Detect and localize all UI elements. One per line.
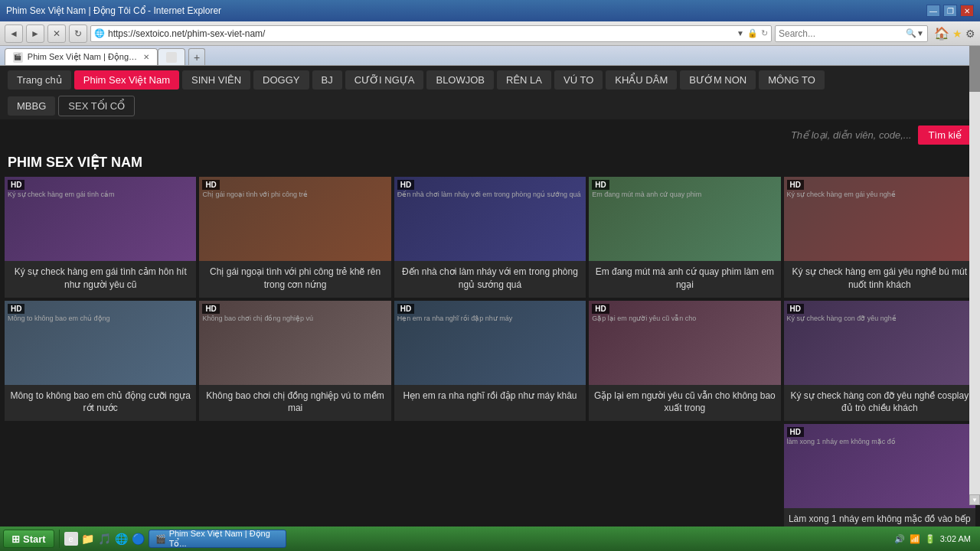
thumb-overlay-3: Đến nhà chơi làm nháy với em trong phòng…: [397, 191, 583, 200]
nav-item-doggy[interactable]: DOGGY: [253, 70, 309, 90]
home-button[interactable]: 🏠: [934, 26, 949, 41]
volume-icon: 🔊: [894, 534, 905, 544]
nav-item-blowjob[interactable]: BLOWJOB: [426, 70, 494, 90]
video-card-10[interactable]: HD Ký sự check hàng con đỡ yêu nghề Ký s…: [784, 301, 975, 422]
hd-badge-10: HD: [787, 304, 804, 314]
video-title-5: Ký sự check hàng em gái yêu nghề bú mút …: [784, 261, 975, 298]
video-title-10: Ký sự check hàng con đỡ yêu nghề cosplay…: [784, 385, 975, 422]
video-title-3: Đến nhà chơi làm nháy với em trong phòng…: [394, 261, 586, 298]
video-thumb-3: HD Đến nhà chơi làm nháy với em trong ph…: [394, 177, 586, 261]
video-thumb-1: HD Ký sự check hàng em gái tình cảm: [5, 177, 196, 261]
restore-button[interactable]: ❐: [943, 5, 957, 17]
close-button[interactable]: ✕: [960, 5, 974, 17]
nav-item-cuoi-ngua[interactable]: CƯỠI NGỰA: [345, 70, 424, 90]
nav-item-sinh-vien[interactable]: SINH VIÊN: [182, 70, 250, 90]
tab-1[interactable]: 🎬 Phim Sex Việt Nam | Động Tổ... ✕: [5, 48, 158, 65]
media-icon: 🎵: [98, 532, 112, 546]
video-card-3[interactable]: HD Đến nhà chơi làm nháy với em trong ph…: [394, 177, 586, 298]
hd-badge-11: HD: [787, 427, 804, 437]
address-bar[interactable]: 🌐 https://sextoico.net/phim-sex-viet-nam…: [90, 25, 772, 42]
favorites-button[interactable]: ★: [952, 28, 962, 40]
video-grid-row2: HD Mông to không bao em chủ động Mông to…: [0, 301, 980, 422]
browser-search-bar[interactable]: 🔍 ▼: [775, 25, 928, 42]
video-card-9[interactable]: HD Gặp lại em người yêu cũ vẫn cho Gặp l…: [589, 301, 780, 422]
new-tab-button[interactable]: +: [188, 48, 205, 65]
folder-icon: 📁: [81, 532, 95, 546]
nav-bar-row2: MBBG SEX TỐI CỔ: [0, 94, 980, 119]
hd-badge-3: HD: [397, 180, 414, 190]
browser-search-input[interactable]: [779, 28, 906, 39]
nav-item-sex-toi-co[interactable]: SEX TỐI CỔ: [58, 96, 135, 116]
nav-item-buom-non[interactable]: BƯỚM NON: [680, 70, 756, 90]
nav-item-khau-dam[interactable]: KHẨU DÂM: [606, 70, 677, 90]
scroll-down-arrow[interactable]: ▼: [969, 494, 980, 505]
thumb-overlay-2: Chị gái ngoại tình với phi công trẻ: [202, 191, 387, 200]
address-refresh-icon[interactable]: ↻: [761, 28, 768, 38]
taskbar: ⊞ Start e 📁 🎵 🌐 🔵 🎬 Phim Sex Việt Nam | …: [0, 527, 980, 551]
video-thumb-10: HD Ký sự check hàng con đỡ yêu nghề: [784, 301, 975, 385]
taskbar-divider: [59, 530, 60, 548]
video-title-6: Mông to không bao em chủ động cưỡi ngựa …: [5, 385, 196, 422]
taskbar-time: 3:02 AM: [940, 534, 971, 543]
video-card-4[interactable]: HD Em đang mút mà anh cứ quay phim Em đa…: [589, 177, 780, 298]
nav-item-bj[interactable]: BJ: [312, 70, 342, 90]
back-button[interactable]: ◄: [5, 24, 23, 43]
hd-badge-6: HD: [8, 304, 24, 314]
hd-badge-9: HD: [592, 304, 609, 314]
tab-2[interactable]: [158, 48, 185, 65]
settings-button[interactable]: ⚙: [965, 28, 975, 40]
video-thumb-8: HD Hẹn em ra nha nghĩ rồi đập như máy: [394, 301, 586, 385]
stop-button[interactable]: ✕: [47, 24, 66, 43]
thumb-overlay-1: Ký sự check hàng em gái tình cảm: [8, 191, 193, 200]
thumb-overlay-11: làm xong 1 nháy em không mặc đồ: [787, 438, 972, 447]
taskbar-active-tab[interactable]: 🎬 Phim Sex Việt Nam | Động Tổ...: [149, 530, 286, 548]
hd-badge-8: HD: [397, 304, 414, 314]
start-label: Start: [23, 533, 46, 545]
right-scrollbar[interactable]: ▲ ▼: [969, 46, 980, 505]
nav-item-mbbg[interactable]: MBBG: [8, 96, 55, 116]
taskbar-tab-label: Phim Sex Việt Nam | Động Tổ...: [169, 530, 279, 548]
nav-item-phim-sex[interactable]: Phim Sex Việt Nam: [74, 70, 179, 90]
search-button[interactable]: Tìm kiế: [918, 126, 972, 145]
browser-toolbar: ◄ ► ✕ ↻ 🌐 https://sextoico.net/phim-sex-…: [0, 21, 980, 46]
minimize-button[interactable]: —: [926, 5, 940, 17]
battery-icon: 🔋: [925, 534, 936, 544]
video-thumb-4: HD Em đang mút mà anh cứ quay phim: [589, 177, 780, 261]
forward-button[interactable]: ►: [26, 24, 44, 43]
tab-1-close[interactable]: ✕: [143, 53, 149, 61]
video-thumb-2: HD Chị gái ngoại tình với phi công trẻ: [199, 177, 390, 261]
hd-badge-4: HD: [592, 180, 609, 190]
video-title-1: Ký sự check hàng em gái tình cảm hôn hít…: [5, 261, 196, 298]
nav-item-mong-to[interactable]: MÔNG TO: [759, 70, 825, 90]
video-card-8[interactable]: HD Hẹn em ra nha nghĩ rồi đập như máy Hẹ…: [394, 301, 586, 422]
video-card-2[interactable]: HD Chị gái ngoại tình với phi công trẻ C…: [199, 177, 390, 298]
video-card-5[interactable]: HD Ký sự check hàng em gái yêu nghề Ký s…: [784, 177, 975, 298]
nav-item-vu-to[interactable]: VÚ TO: [554, 70, 603, 90]
nav-item-home[interactable]: Trang chủ: [8, 70, 71, 90]
thumb-overlay-8: Hẹn em ra nha nghĩ rồi đập như máy: [397, 315, 583, 324]
section-title: PHIM SEX VIỆT NAM: [0, 151, 980, 177]
browser-icon2: 🌐: [115, 532, 129, 546]
start-button[interactable]: ⊞ Start: [3, 530, 54, 548]
window-controls: — ❐ ✕: [926, 5, 974, 17]
refresh-button[interactable]: ↻: [69, 24, 87, 43]
search-dropdown-icon[interactable]: ▼: [916, 29, 924, 37]
address-icon: 🌐: [94, 28, 105, 38]
video-title-9: Gặp lại em người yêu cũ vẫn cho không ba…: [589, 385, 780, 422]
browser-search-go-icon[interactable]: 🔍: [906, 28, 916, 38]
video-card-6[interactable]: HD Mông to không bao em chủ động Mông to…: [5, 301, 196, 422]
tab-2-favicon: [166, 52, 177, 63]
hd-badge-7: HD: [202, 304, 219, 314]
nav-item-ren-la[interactable]: RÊN LA: [497, 70, 551, 90]
video-thumb-6: HD Mông to không bao em chủ động: [5, 301, 196, 385]
scrollbar-thumb[interactable]: [969, 46, 980, 92]
browser-title-bar: Phim Sex Việt Nam | Động Tôi Cổ - Intern…: [0, 0, 980, 21]
video-title-4: Em đang mút mà anh cứ quay phim làm em n…: [589, 261, 780, 298]
thumb-overlay-7: Không bao chơi chị đồng nghiệp vú: [202, 315, 387, 324]
video-thumb-9: HD Gặp lại em người yêu cũ vẫn cho: [589, 301, 780, 385]
video-card-7[interactable]: HD Không bao chơi chị đồng nghiệp vú Khô…: [199, 301, 390, 422]
video-card-1[interactable]: HD Ký sự check hàng em gái tình cảm Ký s…: [5, 177, 196, 298]
address-dropdown-icon[interactable]: ▼: [737, 29, 744, 37]
hd-badge-1: HD: [8, 180, 24, 190]
taskbar-tab-icon: 🎬: [155, 534, 166, 544]
